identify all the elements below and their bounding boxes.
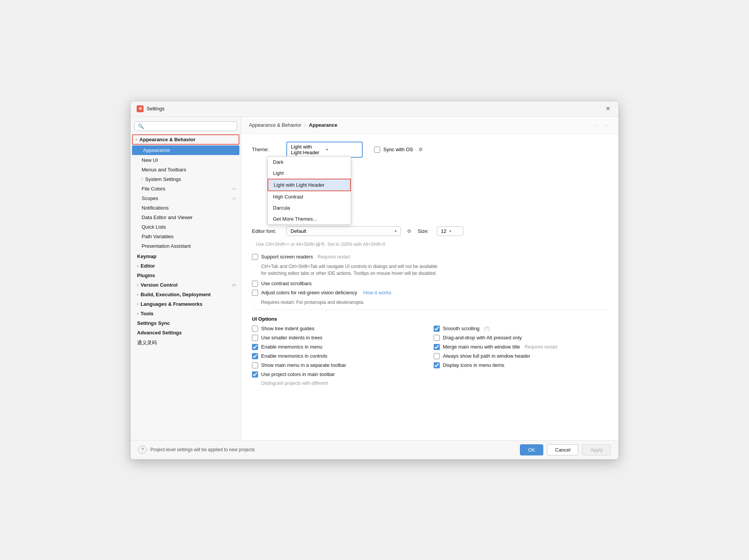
always-full-path-checkbox[interactable]: [434, 353, 440, 359]
sidebar-item-data-editor[interactable]: Data Editor and Viewer: [131, 213, 241, 222]
search-input[interactable]: [146, 123, 234, 129]
scopes-icon: ▭: [232, 196, 236, 201]
theme-dropdown[interactable]: Light with Light Header ▾: [286, 142, 363, 158]
smooth-scrolling-checkbox[interactable]: [434, 326, 440, 332]
size-label: Size:: [418, 228, 433, 234]
smaller-indents-row: Use smaller indents in trees: [252, 335, 426, 341]
sync-os-checkbox[interactable]: [374, 147, 380, 153]
sidebar-item-appearance-behavior[interactable]: › Appearance & Behavior: [132, 134, 239, 145]
sidebar-item-tools[interactable]: › Tools: [131, 309, 241, 318]
zoom-row: Use Ctrl+Shift+= or Alt+Shift+减号. Set to…: [252, 241, 608, 248]
size-value: 12: [441, 228, 446, 234]
sidebar-item-languages-frameworks[interactable]: › Languages & Frameworks: [131, 299, 241, 309]
smaller-indents-label: Use smaller indents in trees: [261, 335, 322, 341]
close-button[interactable]: ✕: [603, 104, 612, 113]
mnemonics-menu-row: Enable mnemonics in menu: [252, 344, 426, 350]
search-icon: 🔍: [138, 123, 144, 129]
cancel-button[interactable]: Cancel: [547, 444, 578, 455]
main-menu-toolbar-checkbox[interactable]: [252, 362, 258, 368]
support-screen-readers-checkbox[interactable]: [252, 254, 258, 260]
sidebar-item-tongyi[interactable]: 通义灵码: [131, 337, 241, 348]
sidebar-item-new-ui[interactable]: New UI: [131, 155, 241, 165]
merge-menu-checkbox[interactable]: [434, 344, 440, 350]
dropdown-item-darcula[interactable]: Darcula: [268, 202, 351, 213]
sidebar-item-build-execution[interactable]: › Build, Execution, Deployment: [131, 290, 241, 299]
theme-label: Theme:: [252, 147, 282, 152]
tree-indent-row: Show tree indent guides: [252, 326, 426, 332]
sidebar-item-plugins[interactable]: Plugins: [131, 271, 241, 280]
app-icon: ⚙: [137, 105, 144, 112]
apply-button[interactable]: Apply: [582, 444, 611, 455]
size-dropdown[interactable]: 12 ▾: [437, 226, 463, 236]
mnemonics-controls-checkbox[interactable]: [252, 353, 258, 359]
nav-back-button[interactable]: ←: [591, 121, 600, 130]
smooth-scrolling-row: Smooth scrolling (?): [434, 326, 608, 332]
adjust-colors-label: Adjust colors for red-green vision defic…: [261, 290, 357, 295]
sidebar-item-notifications[interactable]: Notifications: [131, 203, 241, 213]
sidebar-item-file-colors[interactable]: File Colors ▭: [131, 184, 241, 194]
sidebar-item-editor[interactable]: › Editor: [131, 261, 241, 271]
sidebar-item-appearance[interactable]: Appearance: [132, 145, 239, 155]
smaller-indents-checkbox[interactable]: [252, 335, 258, 341]
help-button[interactable]: ?: [138, 445, 147, 454]
mnemonics-menu-checkbox[interactable]: [252, 344, 258, 350]
sidebar-item-quick-lists[interactable]: Quick Lists: [131, 222, 241, 232]
editor-font-dropdown[interactable]: Default ▾: [286, 226, 401, 236]
ok-button[interactable]: OK: [520, 444, 543, 455]
sidebar-item-menus-toolbars[interactable]: Menus and Toolbars: [131, 165, 241, 174]
sidebar-item-settings-sync[interactable]: Settings Sync: [131, 318, 241, 328]
project-colors-toolbar-row: Use project colors in main toolbar: [252, 371, 426, 378]
contrast-scrollbars-checkbox[interactable]: [252, 281, 258, 287]
dropdown-item-light-light-header[interactable]: Light with Light Header: [268, 179, 351, 191]
chevron-icon: ›: [137, 283, 138, 287]
chevron-icon: ›: [137, 292, 138, 297]
breadcrumb-current: Appearance: [309, 122, 337, 128]
project-colors-toolbar-checkbox[interactable]: [252, 371, 258, 378]
sidebar-item-advanced-settings[interactable]: Advanced Settings: [131, 328, 241, 337]
dropdown-item-dark[interactable]: Dark: [268, 157, 351, 168]
editor-font-gear-button[interactable]: ⚙: [405, 226, 414, 236]
main-content: 🔍 › Appearance & Behavior Appearance New…: [131, 117, 618, 440]
ui-options-right-col: Smooth scrolling (?) Drag-and-drop with …: [434, 326, 608, 387]
contrast-scrollbars-row: Use contrast scrollbars: [252, 281, 608, 287]
adjust-colors-hint: Requires restart. For protanopia and deu…: [261, 299, 608, 306]
how-it-works-link[interactable]: How it works: [363, 290, 391, 295]
ui-options-title: UI Options: [252, 316, 608, 322]
search-box[interactable]: 🔍: [134, 121, 237, 131]
drag-drop-checkbox[interactable]: [434, 335, 440, 341]
smooth-scrolling-label: Smooth scrolling: [443, 326, 479, 331]
sidebar-item-system-settings[interactable]: › System Settings: [131, 174, 241, 184]
drag-drop-row: Drag-and-drop with Alt pressed only: [434, 335, 608, 341]
sidebar-item-presentation-assistant[interactable]: Presentation Assistant: [131, 241, 241, 251]
dropdown-item-light[interactable]: Light: [268, 168, 351, 179]
chevron-icon: ›: [137, 302, 138, 306]
editor-font-placeholder: Default: [291, 228, 306, 234]
adjust-colors-checkbox[interactable]: [252, 290, 258, 296]
sidebar-item-version-control[interactable]: › Version Control ▭: [131, 280, 241, 290]
display-icons-row: Display icons in menu items: [434, 362, 608, 368]
chevron-icon: ›: [137, 311, 138, 316]
sidebar-item-scopes[interactable]: Scopes ▭: [131, 194, 241, 203]
sync-os-row: Sync with OS ⚙: [374, 145, 425, 154]
contrast-scrollbars-label: Use contrast scrollbars: [261, 281, 312, 286]
tree-indent-label: Show tree indent guides: [261, 326, 314, 331]
sidebar-item-keymap[interactable]: Keymap: [131, 252, 241, 261]
dialog-title: Settings: [147, 106, 603, 111]
tree-indent-checkbox[interactable]: [252, 326, 258, 332]
display-icons-checkbox[interactable]: [434, 362, 440, 368]
drag-drop-label: Drag-and-drop with Alt pressed only: [443, 335, 522, 341]
dropdown-item-get-more[interactable]: Get More Themes...: [268, 213, 351, 224]
sync-os-gear-button[interactable]: ⚙: [416, 145, 425, 154]
dropdown-arrow-icon: ▾: [326, 147, 358, 152]
right-panel: Appearance & Behavior › Appearance ← → T…: [241, 117, 618, 440]
bottom-bar: ? Project-level settings will be applied…: [131, 440, 618, 459]
always-full-path-label: Always show full path in window header: [443, 353, 530, 359]
chevron-icon: ›: [137, 264, 138, 268]
zoom-hint: Use Ctrl+Shift+= or Alt+Shift+减号. Set to…: [256, 241, 385, 248]
breadcrumb-bar: Appearance & Behavior › Appearance ← →: [241, 117, 618, 134]
dropdown-item-high-contrast[interactable]: High Contrast: [268, 191, 351, 202]
adjust-colors-row: Adjust colors for red-green vision defic…: [252, 290, 608, 296]
nav-forward-button[interactable]: →: [602, 121, 611, 130]
display-icons-label: Display icons in menu items: [443, 362, 504, 368]
sidebar-item-path-variables[interactable]: Path Variables: [131, 232, 241, 241]
